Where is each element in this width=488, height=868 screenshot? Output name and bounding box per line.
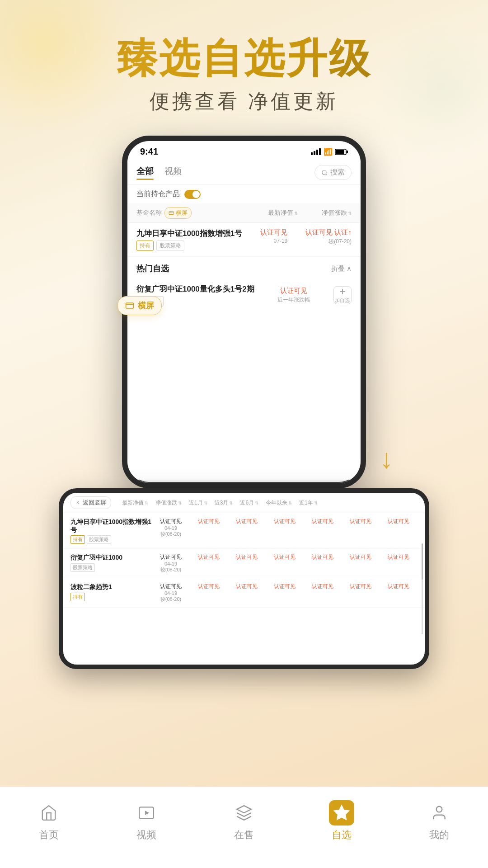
- svg-marker-13: [334, 806, 349, 819]
- fund-tags-1: 持有 股票策略: [136, 241, 242, 251]
- scrollbar-thumb: [422, 543, 423, 580]
- floating-landscape-button[interactable]: 横屏: [117, 296, 162, 315]
- ls-col-nav: 最新净值⇅: [118, 499, 152, 507]
- landscape-columns: 最新净值⇅ 净值涨跌⇅ 近1月⇅ 近3月⇅ 近6月⇅ 今年以来⇅: [118, 499, 321, 507]
- landscape-header: 返回竖屏 最新净值⇅ 净值涨跌⇅ 近1月⇅ 近3月⇅ 近6月⇅: [63, 493, 425, 513]
- page-title: 臻选自选升级: [0, 36, 488, 81]
- landscape-phone: 返回竖屏 最新净值⇅ 净值涨跌⇅ 近1月⇅ 近3月⇅ 近6月⇅: [59, 488, 429, 669]
- ls-col-6m: 近6月⇅: [236, 499, 262, 507]
- nav-label-watchlist: 自选: [332, 828, 352, 842]
- back-to-portrait-button[interactable]: 返回竖屏: [70, 496, 111, 509]
- battery-icon: [335, 149, 348, 155]
- landscape-phone-wrapper: 返回竖屏 最新净值⇅ 净值涨跌⇅ 近1月⇅ 近3月⇅ 近6月⇅: [59, 488, 429, 669]
- nav-label-video: 视频: [136, 828, 156, 842]
- bottom-navigation: 首页 视频 在售 自选: [0, 787, 488, 868]
- tabs-row: 全部 视频 搜索: [127, 160, 361, 185]
- plus-icon: [338, 287, 347, 296]
- nav-icon-onsale: [231, 800, 257, 826]
- svg-rect-7: [169, 212, 174, 215]
- video-icon: [138, 804, 155, 821]
- tag-held: 持有: [136, 241, 154, 251]
- hot-return-period: 近一年涨跌幅: [277, 296, 310, 304]
- search-icon: [321, 170, 328, 176]
- nav-item-profile[interactable]: 我的: [427, 800, 452, 842]
- svg-rect-3: [336, 150, 344, 154]
- shop-icon: [235, 804, 253, 821]
- hot-section-title: 热门自选: [136, 263, 169, 274]
- ls-fund-row-3[interactable]: 波粒二象趋势1 持有 认证可见 04-19 较(08-20) 认证可见 认证可见…: [63, 578, 425, 608]
- ls-fund-row-1[interactable]: 九坤日享中证1000指数增强1号 持有 股票策略 认证可见 04-19 较(08…: [63, 513, 425, 549]
- landscape-toggle-btn[interactable]: 横屏: [164, 207, 192, 219]
- status-bar: 9:41 📶: [127, 141, 361, 160]
- svg-marker-12: [145, 811, 150, 815]
- status-time: 9:41: [140, 146, 158, 157]
- landscape-small-icon: [169, 210, 174, 216]
- ls-fund-name-2: 衍复广羽中证1000: [70, 553, 152, 561]
- nav-icon-watchlist: [329, 800, 354, 826]
- nav-label-onsale: 在售: [234, 828, 254, 842]
- title-highlight: 臻选: [117, 36, 202, 81]
- header-section: 臻选自选升级 便携查看 净值更新: [0, 0, 488, 133]
- title-rest: 自选升级: [202, 36, 371, 81]
- ls-fund-name-3: 波粒二象趋势1: [70, 583, 152, 591]
- ls-col-ytd: 今年以来⇅: [262, 499, 296, 507]
- add-btn-label: 加自选: [335, 297, 350, 304]
- page-subtitle: 便携查看 净值更新: [0, 88, 488, 115]
- nav-icon-video: [134, 800, 159, 826]
- scrollbar[interactable]: [422, 543, 423, 634]
- tab-video[interactable]: 视频: [164, 165, 182, 180]
- ls-tag-strategy-2: 股票策略: [70, 563, 95, 572]
- phone-content: 全部 视频 搜索 当前持仓产品 基金名称: [127, 160, 361, 480]
- fold-button[interactable]: 折叠 ∧: [331, 264, 352, 273]
- hot-return-auth: 认证可见: [277, 287, 310, 295]
- hot-fund-name-1: 衍复广羽中证1000量化多头1号2期: [136, 284, 254, 294]
- change-auth-1: 认证可见 认证↑: [305, 228, 352, 237]
- table-header: 基金名称 横屏 最新净值 ⇅ 净值涨跌 ⇅: [127, 203, 361, 223]
- nav-date-1: 07-19: [260, 238, 287, 244]
- tab-all[interactable]: 全部: [136, 165, 154, 180]
- hot-fund-row-1[interactable]: 衍复广羽中证1000量化多头1号2期 股票策略 认证可见 近一年涨跌幅 加自选: [127, 278, 361, 312]
- star-icon: [333, 804, 350, 821]
- nav-item-watchlist[interactable]: 自选: [329, 800, 354, 842]
- nav-item-video[interactable]: 视频: [134, 800, 159, 842]
- tag-strategy: 股票策略: [156, 241, 184, 251]
- ls-col-1m: 近1月⇅: [185, 499, 211, 507]
- nav-label-profile: 我的: [429, 828, 449, 842]
- col-change-header: 净值涨跌 ⇅: [298, 209, 352, 217]
- nav-item-home[interactable]: 首页: [36, 800, 61, 842]
- add-to-watchlist-button[interactable]: 加自选: [333, 286, 352, 304]
- fund-name-1: 九坤日享中证1000指数增强1号: [136, 228, 242, 239]
- status-icons: 📶: [311, 147, 348, 156]
- arrow-down-icon: ↓: [380, 443, 393, 474]
- ls-tag-strategy-1: 股票策略: [87, 535, 111, 544]
- nav-icon-home: [36, 800, 61, 826]
- nav-icon-profile: [427, 800, 452, 826]
- ls-col-change: 净值涨跌⇅: [152, 499, 185, 507]
- toggle-row: 当前持仓产品: [127, 185, 361, 203]
- search-button[interactable]: 搜索: [314, 165, 352, 180]
- ls-col-3m: 近3月⇅: [211, 499, 237, 507]
- nav-item-onsale[interactable]: 在售: [231, 800, 257, 842]
- svg-rect-0: [126, 303, 134, 308]
- svg-line-6: [326, 174, 327, 175]
- svg-point-14: [436, 806, 442, 812]
- ls-nav-1: 认证可见: [152, 518, 190, 525]
- signal-icon: [311, 148, 321, 155]
- toggle-switch[interactable]: [184, 190, 201, 199]
- nav-auth-1: 认证可见: [260, 228, 287, 237]
- wifi-icon: 📶: [324, 147, 333, 156]
- back-icon: [75, 500, 81, 505]
- ls-tag-held-1: 持有: [70, 535, 85, 544]
- nav-label-home: 首页: [39, 828, 59, 842]
- ls-tag-held-3: 持有: [70, 593, 85, 601]
- ls-fund-row-2[interactable]: 衍复广羽中证1000 股票策略 认证可见 04-19 较(08-20) 认证可见…: [63, 549, 425, 578]
- portrait-phone-wrapper: 横屏 ↓ 9:41 📶: [122, 136, 366, 488]
- col-name-header: 基金名称 横屏: [136, 207, 244, 219]
- user-icon: [431, 804, 448, 821]
- ls-fund-name-1: 九坤日享中证1000指数增强1号: [70, 518, 152, 534]
- hot-section-header: 热门自选 折叠 ∧: [127, 257, 361, 278]
- svg-rect-4: [347, 151, 348, 153]
- col-nav-header: 最新净值 ⇅: [244, 209, 298, 217]
- fund-row-1[interactable]: 九坤日享中证1000指数增强1号 持有 股票策略 认证可见 07-19 认证可见…: [127, 223, 361, 257]
- landscape-icon: [125, 301, 134, 310]
